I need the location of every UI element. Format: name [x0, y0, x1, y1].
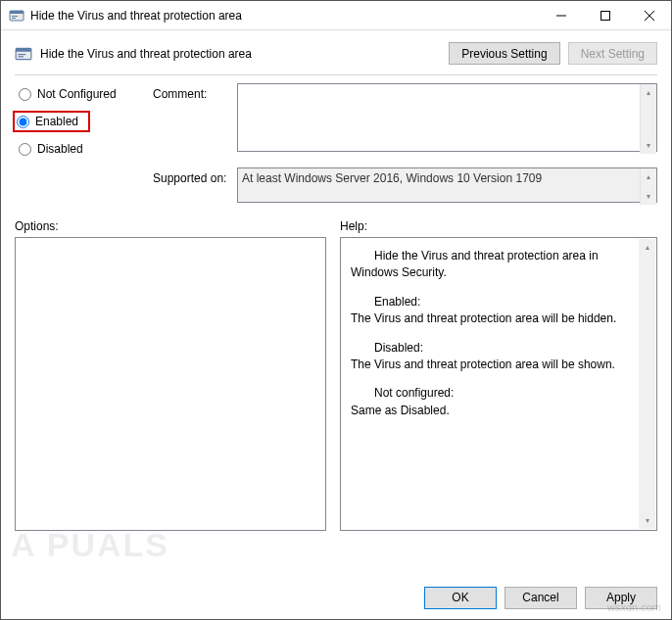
help-nc-title: Not configured: — [351, 385, 631, 402]
help-enabled: Enabled: The Virus and threat protection… — [351, 294, 631, 328]
panes: Hide the Virus and threat protection are… — [1, 237, 671, 531]
help-disabled-body: The Virus and threat protection area wil… — [351, 358, 615, 371]
help-pane: Hide the Virus and threat protection are… — [340, 237, 657, 531]
help-disabled: Disabled: The Virus and threat protectio… — [351, 340, 631, 374]
scroll-up-icon: ▴ — [641, 168, 656, 185]
comment-textarea[interactable] — [237, 83, 657, 152]
help-intro: Hide the Virus and threat protection are… — [351, 248, 631, 282]
radio-not-configured-input[interactable] — [19, 88, 31, 101]
watermark-brand: A PUALS — [11, 526, 169, 564]
policy-name: Hide the Virus and threat protection are… — [40, 47, 441, 61]
next-setting-button[interactable]: Next Setting — [568, 42, 657, 65]
policy-icon — [15, 45, 32, 63]
options-label: Options: — [15, 219, 326, 233]
scroll-down-icon: ▾ — [641, 137, 656, 154]
options-pane — [15, 237, 326, 531]
comment-wrap: ▴ ▾ — [237, 83, 657, 155]
window-controls — [539, 1, 671, 29]
supported-wrap: ▴ ▾ — [237, 167, 657, 206]
radio-disabled[interactable]: Disabled — [15, 140, 147, 158]
close-button[interactable] — [627, 1, 671, 29]
apply-button[interactable]: Apply — [585, 587, 657, 609]
svg-line-6 — [645, 11, 654, 21]
svg-rect-9 — [16, 48, 31, 51]
maximize-button[interactable] — [583, 1, 627, 29]
help-nc-body: Same as Disabled. — [351, 404, 450, 417]
help-enabled-body: The Virus and threat protection area wil… — [351, 311, 616, 325]
titlebar: Hide the Virus and threat protection are… — [1, 1, 671, 30]
scroll-down-icon: ▾ — [639, 512, 655, 529]
scroll-down-icon: ▾ — [641, 188, 656, 205]
supported-scrollbar[interactable]: ▴ ▾ — [640, 168, 656, 205]
svg-rect-1 — [10, 11, 24, 14]
state-radios: Not Configured Enabled Disabled — [15, 83, 147, 158]
svg-rect-5 — [600, 11, 609, 20]
radio-enabled-label: Enabled — [35, 115, 78, 128]
radio-not-configured-label: Not Configured — [37, 87, 117, 101]
scroll-up-icon: ▴ — [641, 84, 656, 101]
svg-rect-11 — [18, 56, 24, 57]
policy-header: Hide the Virus and threat protection are… — [1, 30, 671, 71]
help-label: Help: — [340, 219, 657, 233]
help-disabled-title: Disabled: — [351, 340, 631, 357]
radio-disabled-input[interactable] — [19, 143, 31, 156]
supported-label: Supported on: — [153, 167, 231, 185]
previous-setting-button[interactable]: Previous Setting — [449, 42, 559, 65]
pane-labels: Options: Help: — [1, 206, 671, 237]
config-area: Not Configured Enabled Disabled Comment:… — [1, 83, 671, 206]
help-scrollbar[interactable]: ▴ ▾ — [639, 239, 655, 529]
radio-enabled-input[interactable] — [17, 116, 29, 128]
footer: OK Cancel Apply — [1, 576, 671, 619]
scroll-up-icon: ▴ — [639, 239, 655, 256]
minimize-button[interactable] — [539, 1, 583, 29]
window-title: Hide the Virus and threat protection are… — [30, 9, 539, 23]
radio-enabled[interactable]: Enabled — [15, 113, 88, 130]
comment-label: Comment: — [153, 83, 231, 101]
supported-textarea — [237, 167, 657, 203]
svg-rect-2 — [12, 16, 18, 17]
divider — [15, 74, 657, 75]
svg-rect-3 — [12, 18, 16, 19]
comment-scrollbar[interactable]: ▴ ▾ — [640, 84, 656, 154]
ok-button[interactable]: OK — [424, 587, 497, 609]
radio-not-configured[interactable]: Not Configured — [15, 85, 147, 103]
svg-line-7 — [645, 11, 654, 21]
radio-disabled-label: Disabled — [37, 142, 83, 156]
help-notconfigured: Not configured: Same as Disabled. — [351, 385, 631, 419]
app-icon — [9, 8, 24, 24]
svg-rect-10 — [18, 54, 25, 55]
cancel-button[interactable]: Cancel — [504, 587, 577, 609]
help-enabled-title: Enabled: — [351, 294, 631, 310]
